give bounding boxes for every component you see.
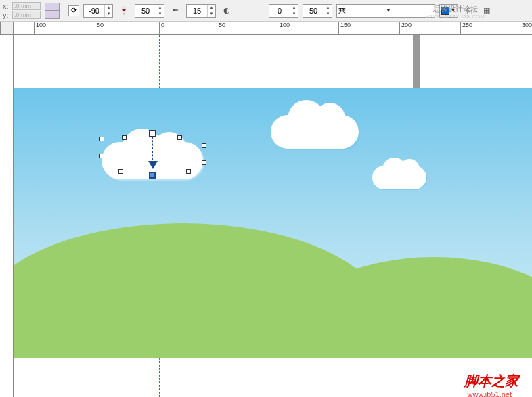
artwork — [14, 88, 532, 358]
ruler-tick: 50 — [95, 22, 104, 35]
angle-spinner[interactable]: ▲▼ — [83, 4, 113, 18]
gradient-vector[interactable] — [152, 137, 153, 164]
selection-handle[interactable] — [118, 169, 123, 174]
ruler-tick: 100 — [34, 22, 46, 35]
rotation-icon: ⟳ — [68, 5, 79, 16]
selection-handle[interactable] — [202, 160, 206, 165]
y-input[interactable] — [12, 11, 41, 19]
selection-handle[interactable] — [99, 154, 104, 158]
param-a-input[interactable] — [269, 5, 290, 17]
transparency-icon: 🍷 — [117, 4, 131, 18]
param-b-spinner[interactable]: ▲▼ — [303, 4, 332, 18]
selection-handle[interactable] — [99, 137, 104, 141]
ruler-tick: 50 — [217, 22, 225, 35]
y-label: y: — [3, 11, 11, 19]
ruler-tick: 150 — [338, 22, 351, 35]
page-edge-marker — [413, 35, 420, 88]
gradient-start-node[interactable] — [149, 130, 156, 137]
vertical-ruler[interactable] — [0, 35, 14, 397]
cloud-shape — [271, 115, 359, 149]
ruler-tick: 100 — [278, 22, 290, 35]
feather-spinner[interactable]: ▲▼ — [186, 4, 216, 18]
contrast-icon: ◐ — [220, 4, 234, 18]
opacity1-spinner[interactable]: ▲▼ — [135, 4, 164, 18]
watermark-url: www.jb51.net — [468, 390, 512, 397]
blend-mode-value: 乘 — [338, 5, 386, 16]
ruler-tick: 200 — [399, 22, 412, 35]
horizontal-ruler[interactable]: 100 50 0 50 100 150 200 250 300 — [14, 22, 532, 35]
cloud-shape — [372, 166, 426, 189]
blend-mode-dropdown[interactable]: 乘 ▼ — [336, 4, 435, 18]
watermark-text: 脚本之家 — [464, 372, 518, 390]
gradient-arrow-icon — [148, 161, 158, 169]
forum-url: WWW.MISSYUAN.COM — [426, 14, 485, 20]
param-b-input[interactable] — [303, 5, 324, 17]
opacity1-input[interactable] — [135, 5, 156, 17]
separator — [64, 3, 64, 19]
coordinate-inputs: x: y: — [3, 2, 41, 19]
x-input[interactable] — [12, 2, 41, 10]
lock-ratio-button[interactable] — [45, 3, 60, 19]
feather-icon: ✒ — [169, 4, 182, 18]
selection-handle[interactable] — [122, 135, 127, 140]
selection-handle[interactable] — [186, 169, 191, 174]
ruler-tick: 0 — [159, 22, 164, 35]
ruler-tick: 250 — [460, 22, 472, 35]
gradient-end-node[interactable] — [149, 172, 156, 179]
x-label: x: — [3, 2, 11, 10]
param-a-spinner[interactable]: ▲▼ — [269, 4, 298, 18]
chevron-down-icon: ▼ — [386, 7, 433, 14]
angle-input[interactable] — [84, 5, 104, 17]
feather-input[interactable] — [187, 5, 207, 17]
canvas[interactable] — [14, 35, 532, 397]
ruler-origin[interactable] — [0, 22, 14, 35]
ruler-tick: 300 — [520, 22, 532, 35]
selection-handle[interactable] — [202, 143, 206, 148]
forum-watermark: 思缘设计论坛 — [433, 4, 478, 14]
selection-handle[interactable] — [177, 135, 182, 140]
